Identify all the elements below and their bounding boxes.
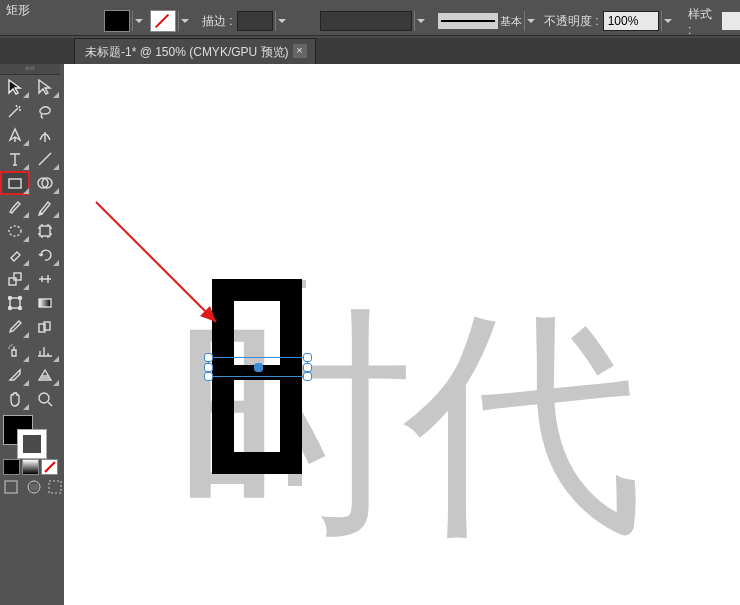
lasso-icon: [36, 102, 54, 120]
stroke-swatch-group[interactable]: [150, 10, 191, 32]
brush-preview[interactable]: [438, 13, 498, 29]
ellipse-tool[interactable]: [0, 219, 30, 243]
draw-normal-icon: [3, 479, 21, 495]
document-tab[interactable]: 未标题-1* @ 150% (CMYK/GPU 预览) ×: [74, 38, 316, 65]
zoom-tool[interactable]: [30, 387, 60, 411]
width-icon: [36, 270, 54, 288]
brush-dropdown-icon[interactable]: [524, 11, 537, 31]
svg-rect-0: [9, 179, 21, 188]
svg-rect-12: [39, 299, 51, 307]
draw-inside-icon: [47, 479, 65, 495]
width-tool[interactable]: [30, 267, 60, 291]
brush-definition-group[interactable]: 基本: [438, 10, 537, 32]
opacity-field[interactable]: 100%: [603, 11, 659, 31]
svg-point-8: [9, 297, 12, 300]
draw-behind-button[interactable]: [25, 479, 43, 495]
blend-icon: [36, 318, 54, 336]
shape-bar-bottom[interactable]: [212, 452, 302, 474]
gradient-tool[interactable]: [30, 291, 60, 315]
color-none-button[interactable]: [41, 459, 58, 475]
draw-normal-button[interactable]: [3, 479, 21, 495]
stroke-label: 描边 :: [202, 13, 233, 30]
toolbox-grip[interactable]: ««: [0, 64, 60, 75]
color-gradient-button[interactable]: [22, 459, 39, 475]
brush-icon: [6, 198, 24, 216]
lasso-tool[interactable]: [30, 99, 60, 123]
wand-icon: [6, 102, 24, 120]
opacity-dropdown-icon[interactable]: [661, 11, 674, 31]
slice-icon: [6, 366, 24, 384]
type-icon: [6, 150, 24, 168]
gradient-icon: [36, 294, 54, 312]
fill-stroke-swatches[interactable]: [3, 415, 57, 457]
selection-tool[interactable]: [0, 75, 30, 99]
canvas[interactable]: 时代: [64, 64, 740, 605]
pen-tool[interactable]: [0, 123, 30, 147]
scale-tool[interactable]: [0, 267, 30, 291]
stroke-swatch-none[interactable]: [150, 10, 176, 32]
draw-inside-button[interactable]: [47, 479, 65, 495]
selection-handle-br[interactable]: [303, 372, 312, 381]
cursor-outline-icon: [36, 78, 54, 96]
symbol-sprayer-tool[interactable]: [0, 339, 30, 363]
fill-swatch-group[interactable]: [104, 10, 145, 32]
document-tab-bar: 未标题-1* @ 150% (CMYK/GPU 预览) ×: [0, 38, 740, 65]
rotate-icon: [36, 246, 54, 264]
line-segment-tool[interactable]: [30, 147, 60, 171]
svg-rect-4: [40, 226, 50, 236]
artboard-tool[interactable]: [30, 219, 60, 243]
svg-rect-16: [5, 481, 17, 493]
pencil-tool[interactable]: [30, 195, 60, 219]
draw-mode-row: [3, 479, 60, 495]
selection-handle-ml[interactable]: [204, 363, 213, 372]
foreground-stroke-swatch[interactable]: [17, 429, 47, 459]
selection-handle-tl[interactable]: [204, 353, 213, 362]
selection-handle-bl[interactable]: [204, 372, 213, 381]
rotate-tool[interactable]: [30, 243, 60, 267]
paintbrush-tool[interactable]: [0, 195, 30, 219]
svg-rect-18: [30, 484, 38, 490]
profile-dropdown-icon[interactable]: [414, 11, 427, 31]
perspective-icon: [36, 366, 54, 384]
fill-swatch[interactable]: [104, 10, 130, 32]
color-mode-row: [3, 459, 60, 475]
draw-behind-icon: [25, 479, 43, 495]
selection-handle-mr[interactable]: [303, 363, 312, 372]
rectangle-tool[interactable]: [0, 171, 30, 195]
shape-builder-tool[interactable]: [30, 171, 60, 195]
profile-field-group[interactable]: [320, 10, 427, 32]
slice-tool[interactable]: [0, 363, 30, 387]
color-solid-button[interactable]: [3, 459, 20, 475]
svg-point-10: [9, 307, 12, 310]
eyedropper-tool[interactable]: [0, 315, 30, 339]
magic-wand-tool[interactable]: [0, 99, 30, 123]
column-graph-tool[interactable]: [30, 339, 60, 363]
hand-tool[interactable]: [0, 387, 30, 411]
zoom-icon: [36, 390, 54, 408]
direct-selection-tool[interactable]: [30, 75, 60, 99]
line-icon: [36, 150, 54, 168]
curvature-tool[interactable]: [30, 123, 60, 147]
selection-center-point[interactable]: [254, 363, 263, 372]
close-tab-button[interactable]: ×: [293, 44, 307, 58]
curvature-icon: [36, 126, 54, 144]
selection-bounding-box[interactable]: [208, 357, 308, 377]
svg-rect-5: [9, 278, 16, 285]
fill-dropdown-icon[interactable]: [132, 11, 145, 31]
perspective-grid-tool[interactable]: [30, 363, 60, 387]
stroke-weight-stepper-icon[interactable]: [275, 11, 288, 31]
stroke-weight-field[interactable]: [237, 11, 273, 31]
free-transform-tool[interactable]: [0, 291, 30, 315]
type-tool[interactable]: [0, 147, 30, 171]
svg-point-15: [39, 393, 49, 403]
selection-handle-tr[interactable]: [303, 353, 312, 362]
blend-tool[interactable]: [30, 315, 60, 339]
svg-rect-19: [49, 481, 61, 493]
variable-width-profile-field[interactable]: [320, 11, 412, 31]
pencil-icon: [36, 198, 54, 216]
scale-icon: [6, 270, 24, 288]
stroke-dropdown-icon[interactable]: [178, 11, 191, 31]
cursor-icon: [6, 78, 24, 96]
eraser-tool[interactable]: [0, 243, 30, 267]
style-swatch[interactable]: [722, 12, 740, 30]
